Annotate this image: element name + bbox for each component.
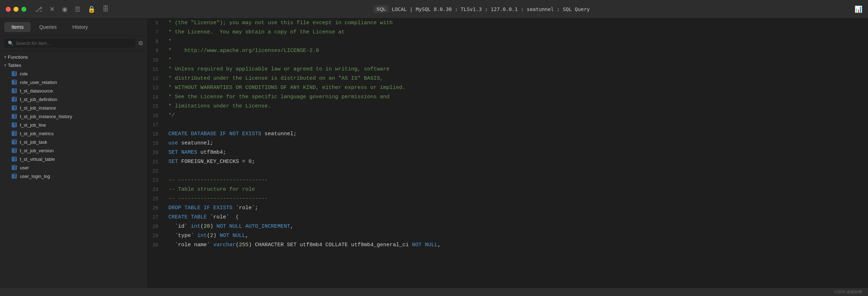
line-number: 24 bbox=[148, 185, 166, 194]
maximize-button[interactable] bbox=[21, 7, 26, 12]
line-content: * bbox=[166, 56, 868, 65]
plain-token: `id` bbox=[168, 223, 191, 229]
plain-token: ( bbox=[200, 223, 204, 229]
plain-token: `role` ( bbox=[210, 214, 239, 220]
sidebar-item-t_st_job_task[interactable]: t_st_job_task bbox=[0, 138, 147, 146]
comment-token: * See the License for the specific langu… bbox=[168, 94, 389, 100]
sidebar-item-t_st_job_definition[interactable]: t_st_job_definition bbox=[0, 95, 147, 104]
plain-token: , bbox=[438, 242, 441, 248]
table-icon bbox=[11, 79, 17, 85]
code-line-23: 23-- ---------------------------- bbox=[148, 176, 868, 185]
table-item-label: user_login_log bbox=[20, 174, 50, 179]
plain-token: FOREIGN_KEY_CHECKS = bbox=[181, 159, 249, 165]
line-number: 20 bbox=[148, 148, 166, 157]
tab-items[interactable]: Items bbox=[4, 22, 31, 32]
table-item-label: t_st_job_metrics bbox=[20, 131, 54, 136]
table-icon bbox=[11, 173, 17, 179]
line-content: -- ---------------------------- bbox=[166, 176, 868, 185]
code-line-7: 7* the License. You may obtain a copy of… bbox=[148, 28, 868, 37]
main: Items Queries History 🔍 ⚙ ▾ Functions ▾ … bbox=[0, 18, 868, 287]
sidebar-item-t_st_virtual_table[interactable]: t_st_virtual_table bbox=[0, 155, 147, 163]
plain-token: ( bbox=[207, 233, 210, 239]
code-line-21: 21SET FOREIGN_KEY_CHECKS = 0; bbox=[148, 157, 868, 166]
table-items-container: role role_user_relation t_st_datasource bbox=[0, 69, 147, 180]
comment-token: -- ---------------------------- bbox=[168, 177, 268, 183]
line-number: 11 bbox=[148, 65, 166, 74]
table-icon bbox=[11, 156, 17, 162]
keyword-token: int bbox=[191, 223, 200, 229]
sidebar-item-role[interactable]: role bbox=[0, 69, 147, 78]
plain-token: `role`; bbox=[236, 205, 258, 211]
sidebar-item-user[interactable]: user bbox=[0, 163, 147, 172]
comment-token: -- ---------------------------- bbox=[168, 196, 268, 202]
sidebar-item-t_st_job_version[interactable]: t_st_job_version bbox=[0, 146, 147, 155]
line-number: 29 bbox=[148, 231, 166, 240]
sidebar-section-tables[interactable]: ▾ Tables bbox=[0, 61, 147, 69]
editor-area: 6* (the "License"); you may not use this… bbox=[148, 18, 868, 287]
watermark: CSDN @杨林桦 bbox=[835, 289, 862, 295]
line-content: * bbox=[166, 37, 868, 46]
tab-queries[interactable]: Queries bbox=[32, 22, 64, 32]
line-number: 13 bbox=[148, 83, 166, 92]
branch-icon[interactable]: ⎇ bbox=[35, 5, 42, 13]
chevron-icon: ▾ bbox=[4, 55, 6, 59]
table-icon bbox=[11, 148, 17, 153]
code-content[interactable]: 6* (the "License"); you may not use this… bbox=[148, 18, 868, 287]
minimize-button[interactable] bbox=[14, 7, 19, 12]
titlebar-center: SQL LOCAL | MySQL 8.0.30 : TLSv1.3 : 127… bbox=[109, 5, 854, 13]
line-content: CREATE TABLE `role` ( bbox=[166, 213, 868, 222]
bottom-bar: CSDN @杨林桦 bbox=[0, 287, 868, 296]
plain-token: `type` bbox=[168, 233, 197, 239]
plain-token: ; bbox=[252, 159, 255, 165]
plain-token: seatunnel; bbox=[265, 131, 297, 137]
plain-token: seatunnel; bbox=[181, 140, 213, 146]
search-input[interactable] bbox=[16, 41, 132, 46]
lock-icon[interactable]: 🔒 bbox=[88, 5, 95, 13]
eye-icon[interactable]: ◉ bbox=[62, 5, 68, 13]
code-line-12: 12* distributed under the License is dis… bbox=[148, 74, 868, 83]
code-line-6: 6* (the "License"); you may not use this… bbox=[148, 18, 868, 28]
close-button[interactable] bbox=[6, 7, 11, 12]
line-number: 21 bbox=[148, 157, 166, 166]
line-content: -- Table structure for role bbox=[166, 185, 868, 194]
filter-icon[interactable]: ⚙ bbox=[138, 40, 143, 47]
code-line-27: 27CREATE TABLE `role` ( bbox=[148, 213, 868, 222]
sidebar-item-user_login_log[interactable]: user_login_log bbox=[0, 172, 147, 180]
line-content: * (the "License"); you may not use this … bbox=[166, 18, 868, 28]
table-item-label: t_st_job_version bbox=[20, 148, 54, 153]
keyword-token: CREATE TABLE bbox=[168, 214, 210, 220]
chart-icon[interactable]: 📊 bbox=[854, 6, 862, 13]
line-number: 18 bbox=[148, 130, 166, 139]
tab-history[interactable]: History bbox=[65, 22, 95, 32]
comment-token: * (the "License"); you may not use this … bbox=[168, 20, 393, 26]
sidebar-item-t_st_job_instance_history[interactable]: t_st_job_instance_history bbox=[0, 112, 147, 121]
plain-token: ) bbox=[213, 233, 220, 239]
line-number: 6 bbox=[148, 18, 166, 28]
line-content: DROP TABLE IF EXISTS `role`; bbox=[166, 204, 868, 213]
plain-token: , bbox=[290, 223, 293, 229]
sidebar-item-t_st_datasource[interactable]: t_st_datasource bbox=[0, 86, 147, 95]
comment-token: * the License. You may obtain a copy of … bbox=[168, 29, 345, 35]
sidebar-section-functions[interactable]: ▾ Functions bbox=[0, 53, 147, 61]
close-icon[interactable]: ✕ bbox=[49, 5, 55, 13]
code-line-8: 8* bbox=[148, 37, 868, 46]
sidebar-item-t_st_job_metrics[interactable]: t_st_job_metrics bbox=[0, 129, 147, 138]
line-number: 17 bbox=[148, 120, 166, 130]
sidebar-tabs: Items Queries History bbox=[0, 18, 147, 36]
list-icon[interactable]: ☰ bbox=[75, 5, 80, 13]
plain-token: utf8mb4; bbox=[200, 149, 226, 155]
sidebar-item-role_user_relation[interactable]: role_user_relation bbox=[0, 78, 147, 86]
comment-token: * bbox=[168, 38, 172, 44]
table-icon bbox=[11, 88, 17, 94]
line-number: 9 bbox=[148, 46, 166, 56]
db-icon[interactable]: 🗄 bbox=[103, 5, 109, 13]
sidebar-item-t_st_job_instance[interactable]: t_st_job_instance bbox=[0, 104, 147, 112]
code-line-22: 22 bbox=[148, 166, 868, 176]
sidebar-item-t_st_job_line[interactable]: t_st_job_line bbox=[0, 121, 147, 129]
table-item-label: t_st_datasource bbox=[20, 88, 53, 94]
table-icon bbox=[11, 96, 17, 102]
code-line-24: 24-- Table structure for role bbox=[148, 185, 868, 194]
keyword-token: NOT NULL AUTO_INCREMENT bbox=[216, 223, 290, 229]
plain-token: , bbox=[245, 233, 249, 239]
line-content: -- ---------------------------- bbox=[166, 194, 868, 204]
